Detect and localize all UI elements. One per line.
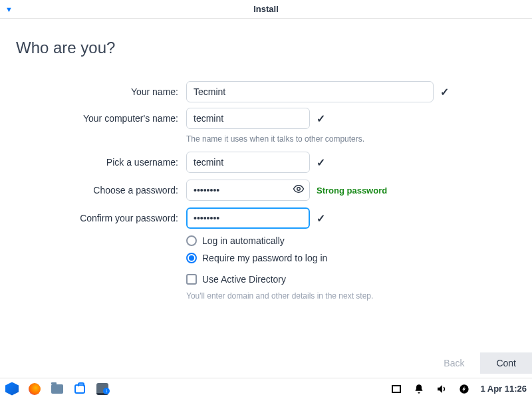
require-password-label: Require my password to log in (202, 253, 327, 263)
eye-icon[interactable] (293, 183, 305, 198)
content-area: Who are you? Your name: ✓ Your computer'… (0, 19, 532, 378)
password-input[interactable] (186, 180, 310, 201)
notifications-icon[interactable] (412, 382, 426, 396)
continue-button[interactable]: Cont (480, 352, 532, 374)
menu-dropdown-icon[interactable]: ▼ (5, 5, 13, 13)
password-strength: Strong password (317, 186, 387, 196)
titlebar: ▼ Install (0, 0, 532, 19)
page-heading: Who are you? (16, 39, 516, 57)
auto-login-option[interactable]: Log in automatically (186, 235, 495, 246)
installer-window: ▼ Install Who are you? Your name: ✓ Your… (0, 0, 532, 378)
svg-point-0 (297, 188, 301, 191)
auto-login-label: Log in automatically (202, 235, 285, 246)
radio-icon (186, 235, 197, 246)
installer-task-icon[interactable]: ↓ (96, 382, 109, 396)
workspace-icon[interactable] (390, 382, 403, 396)
confirm-input[interactable] (186, 207, 310, 229)
firefox-icon[interactable] (28, 382, 41, 396)
active-directory-help: You'll enter domain and other details in… (186, 291, 495, 301)
username-label: Pick a username: (16, 157, 186, 168)
software-icon[interactable] (73, 382, 86, 396)
volume-icon[interactable] (435, 382, 448, 396)
computer-input[interactable] (186, 108, 310, 129)
username-input[interactable] (186, 152, 310, 173)
name-input[interactable] (186, 81, 434, 102)
user-form: Your name: ✓ Your computer's name: ✓ The… (16, 81, 495, 301)
confirm-label: Confirm your password: (16, 213, 186, 223)
nav-buttons: Back Cont (428, 352, 532, 374)
active-directory-option[interactable]: Use Active Directory (186, 274, 495, 285)
active-directory-label: Use Active Directory (202, 274, 286, 285)
name-label: Your name: (16, 86, 186, 97)
zorin-menu-icon[interactable] (5, 382, 19, 396)
files-icon[interactable] (51, 382, 64, 396)
back-button[interactable]: Back (428, 352, 480, 374)
check-icon: ✓ (317, 156, 325, 169)
taskbar: ↓ 1 Apr 11:26 (0, 378, 532, 399)
check-icon: ✓ (317, 212, 325, 225)
computer-help: The name it uses when it talks to other … (186, 134, 495, 144)
check-icon: ✓ (317, 112, 325, 125)
checkbox-icon (186, 274, 197, 285)
password-label: Choose a password: (16, 185, 186, 196)
require-password-option[interactable]: Require my password to log in (186, 253, 495, 263)
check-icon: ✓ (440, 86, 449, 98)
clock[interactable]: 1 Apr 11:26 (480, 384, 527, 394)
window-title: Install (0, 4, 532, 14)
computer-label: Your computer's name: (16, 113, 186, 124)
power-icon[interactable] (458, 382, 471, 396)
radio-selected-icon (186, 253, 197, 263)
